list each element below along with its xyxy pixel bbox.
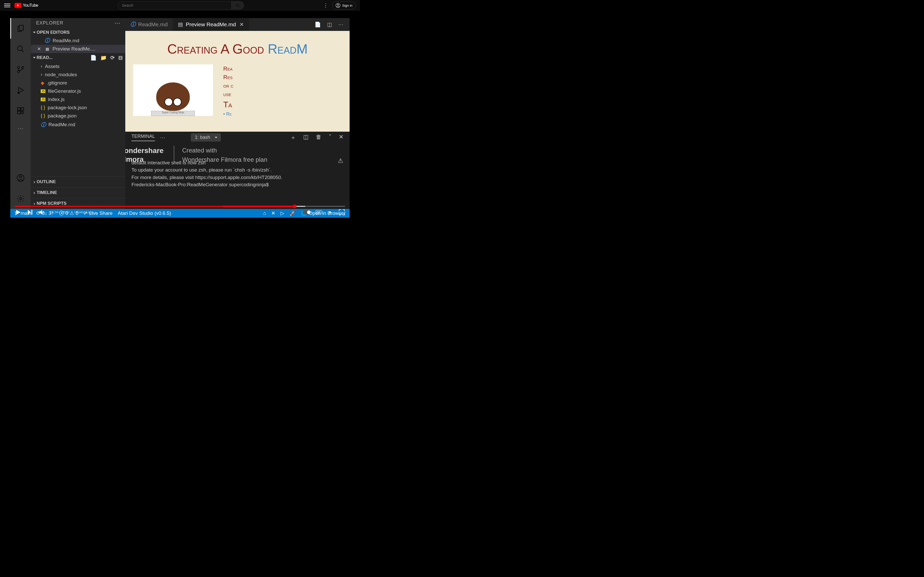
account-icon — [16, 174, 25, 182]
activity-bar: ⋯ — [10, 18, 31, 209]
open-editor-item[interactable]: ⓘ ReadMe.md — [31, 37, 125, 45]
file-tree-item[interactable]: { }package.json — [31, 112, 125, 120]
theater-mode-button[interactable] — [338, 209, 346, 216]
open-editors-label: OPEN EDITORS — [37, 30, 69, 35]
search-button[interactable] — [231, 1, 244, 10]
preview-title-a: Creating A Good — [167, 42, 268, 56]
svg-rect-15 — [21, 111, 23, 113]
tab-label: Preview ReadMe.md — [186, 21, 236, 27]
terminal-body[interactable]: WondershareFilmora Created with Wondersh… — [125, 143, 350, 209]
sidebar-more-icon[interactable]: ⋯ — [115, 20, 120, 27]
signin-button[interactable]: Sign in — [332, 1, 356, 10]
open-editor-item[interactable]: ✕ ▤ Preview ReadMe.... — [31, 45, 125, 53]
activity-extensions[interactable] — [10, 100, 31, 121]
activity-overflow[interactable]: ⋯ — [10, 121, 31, 136]
sidebar-title: EXPLORER — [36, 20, 63, 26]
split-editor-icon[interactable]: ◫ — [327, 21, 332, 27]
outline-header[interactable]: ›OUTLINE — [31, 176, 125, 187]
activity-scm[interactable] — [10, 59, 31, 80]
chapter-indicator[interactable]: • Fixing Logo › — [74, 210, 96, 214]
created-with-label: Created with — [182, 146, 267, 155]
file-tree-item[interactable]: JSindex.js — [31, 95, 125, 103]
chevron-down-icon — [33, 57, 36, 58]
files-icon — [16, 24, 25, 32]
total-time: 18:32 — [61, 210, 69, 214]
kill-terminal-icon[interactable]: 🗑 — [316, 134, 321, 142]
shell-label: 1: bash — [195, 135, 210, 140]
youtube-logo[interactable]: YouTube — [15, 3, 38, 8]
collapse-icon[interactable]: ⊟ — [118, 55, 123, 61]
close-icon[interactable]: ✕ — [37, 46, 42, 52]
svg-line-6 — [22, 50, 24, 52]
search-input[interactable] — [118, 1, 231, 10]
js-icon: JS — [41, 89, 45, 93]
close-panel-icon[interactable]: ✕ — [339, 134, 343, 142]
timeline-header[interactable]: ›TIMELINE — [31, 187, 125, 198]
open-editors-header[interactable]: OPEN EDITORS — [31, 28, 125, 37]
chevron-right-icon: › — [34, 179, 35, 185]
file-tree-item[interactable]: ›Assets — [31, 62, 125, 71]
svg-point-26 — [329, 211, 331, 213]
markdown-preview: Creating A Good ReadM Super Coding Ninja… — [125, 31, 350, 132]
autoplay-toggle[interactable] — [303, 210, 311, 214]
json-icon: { } — [41, 105, 45, 110]
file-tree-item[interactable]: ›node_modules — [31, 71, 125, 79]
hamburger-menu-icon[interactable] — [4, 2, 10, 8]
project-header[interactable]: READ... 📄 📁 ⟳ ⊟ — [31, 53, 125, 62]
svg-point-0 — [236, 3, 239, 6]
captions-button[interactable]: CC — [315, 210, 322, 214]
avatar-laptop: Super Coding Ninja — [151, 111, 195, 116]
terminal-tab[interactable]: TERMINAL — [131, 134, 155, 141]
editor-tab[interactable]: ⓘ ReadMe.md — [125, 18, 173, 31]
editor-tab[interactable]: ▤ Preview ReadMe.md ✕ — [173, 18, 249, 31]
side-line: Rea — [223, 64, 233, 73]
terminal-panel: TERMINAL ⋯ 1: bash ＋ ◫ 🗑 ˄ ✕ — [125, 132, 350, 209]
timeline-label: TIMELINE — [37, 190, 57, 195]
terminal-more-icon[interactable]: ⋯ — [160, 134, 165, 141]
settings-button[interactable] — [326, 209, 334, 216]
terminal-shell-select[interactable]: 1: bash — [191, 134, 221, 142]
file-tree-item[interactable]: JSfileGenerator.js — [31, 87, 125, 95]
side-line: or c — [223, 81, 233, 90]
new-file-icon[interactable]: 📄 — [90, 55, 97, 61]
file-tree-item[interactable]: { }package-lock.json — [31, 103, 125, 112]
preview-icon: ▤ — [178, 21, 183, 27]
svg-rect-4 — [19, 25, 23, 31]
vscode-window: ⋯ EXPLORER ⋯ — [10, 18, 350, 218]
split-terminal-icon[interactable]: ◫ — [303, 134, 309, 142]
chevron-down-icon — [33, 32, 36, 33]
outline-label: OUTLINE — [37, 179, 56, 184]
avatar-head — [156, 82, 190, 111]
activity-debug[interactable] — [10, 80, 31, 100]
activity-account[interactable] — [10, 168, 31, 188]
activity-search[interactable] — [10, 39, 31, 59]
open-file-icon[interactable]: 📄 — [315, 21, 321, 27]
volume-button[interactable] — [38, 209, 45, 216]
side-bullet: • Re — [223, 111, 233, 118]
settings-dots-icon[interactable]: ⋮ — [323, 3, 328, 8]
file-name: Assets — [45, 64, 60, 69]
file-tree-item[interactable]: ◆.gitignore — [31, 79, 125, 87]
editor-tabs: ⓘ ReadMe.md ▤ Preview ReadMe.md ✕ 📄 ◫ ⋯ — [125, 18, 350, 31]
next-button[interactable] — [26, 209, 34, 216]
file-name: package-lock.json — [48, 105, 87, 111]
file-name: package.json — [48, 113, 77, 119]
more-actions-icon[interactable]: ⋯ — [338, 21, 343, 27]
info-icon: ⓘ — [41, 121, 46, 128]
new-terminal-icon[interactable]: ＋ — [290, 134, 296, 142]
maximize-panel-icon[interactable]: ˄ — [329, 134, 331, 142]
new-folder-icon[interactable]: 📁 — [100, 55, 107, 61]
side-line: Res — [223, 73, 233, 81]
play-button[interactable] — [15, 209, 22, 216]
svg-point-7 — [18, 66, 19, 69]
signin-label: Sign in — [342, 3, 352, 8]
activity-explorer[interactable] — [10, 18, 31, 39]
file-tree-item[interactable]: ⓘReadMe.md — [31, 120, 125, 130]
extensions-icon — [16, 106, 25, 115]
chevron-right-icon: › — [41, 64, 42, 69]
watermark: WondershareFilmora Created with Wondersh… — [125, 146, 350, 164]
close-icon[interactable]: ✕ — [239, 21, 244, 27]
preview-title-b: ReadM — [268, 42, 308, 56]
file-name: index.js — [48, 97, 65, 102]
refresh-icon[interactable]: ⟳ — [110, 55, 115, 61]
